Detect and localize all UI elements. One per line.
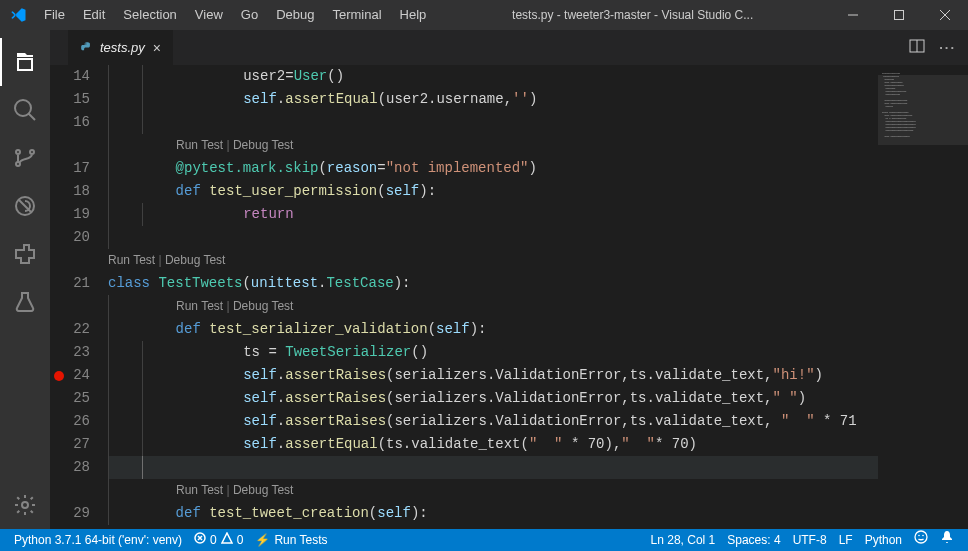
split-editor-icon[interactable]: [909, 38, 925, 57]
lightning-icon: ⚡: [255, 529, 270, 551]
svg-point-5: [915, 531, 927, 543]
svg-point-2: [22, 502, 28, 508]
codelens-debug-test[interactable]: Debug Test: [233, 299, 294, 313]
status-bar: Python 3.7.1 64-bit ('env': venv) 0 0 ⚡ …: [0, 529, 968, 551]
code-area[interactable]: user2=User() self.assertEqual(user2.user…: [108, 65, 878, 529]
activity-search[interactable]: [0, 86, 50, 134]
status-eol[interactable]: LF: [833, 529, 859, 551]
svg-rect-0: [895, 11, 904, 20]
bell-icon: [940, 529, 954, 551]
codelens-debug-test[interactable]: Debug Test: [165, 253, 226, 267]
breakpoint-line-24[interactable]: [50, 364, 68, 387]
codelens-debug-test[interactable]: Debug Test: [233, 138, 294, 152]
line-numbers: 14 15 16 17 18 19 20 21 22 23 24 25 26 2…: [68, 65, 108, 529]
status-encoding[interactable]: UTF-8: [787, 529, 833, 551]
menu-debug[interactable]: Debug: [267, 0, 323, 30]
status-language[interactable]: Python: [859, 529, 908, 551]
menu-terminal[interactable]: Terminal: [323, 0, 390, 30]
main-area: tests.py × ···: [0, 30, 968, 529]
error-icon: [194, 529, 206, 551]
menu-bar: File Edit Selection View Go Debug Termin…: [35, 0, 435, 30]
tab-close-button[interactable]: ×: [151, 39, 163, 57]
breakpoint-dot-icon: [54, 371, 64, 381]
status-problems[interactable]: 0 0: [188, 529, 249, 551]
codelens-run-test[interactable]: Run Test: [176, 299, 223, 313]
minimap-slider[interactable]: [878, 75, 968, 145]
warning-icon: [221, 529, 233, 551]
editor-tabs: tests.py × ···: [50, 30, 968, 65]
window-controls: [830, 0, 968, 30]
close-button[interactable]: [922, 0, 968, 30]
svg-point-6: [918, 535, 920, 537]
activity-test[interactable]: [0, 278, 50, 326]
status-feedback[interactable]: [908, 529, 934, 551]
codelens-debug-test[interactable]: Debug Test: [233, 483, 294, 497]
current-line: [108, 456, 878, 479]
status-run-tests[interactable]: ⚡ Run Tests: [249, 529, 333, 551]
menu-view[interactable]: View: [186, 0, 232, 30]
menu-go[interactable]: Go: [232, 0, 267, 30]
tab-label: tests.py: [100, 40, 145, 55]
codelens-run-test[interactable]: Run Test: [176, 138, 223, 152]
titlebar: File Edit Selection View Go Debug Termin…: [0, 0, 968, 30]
activity-bar: [0, 30, 50, 529]
status-indent[interactable]: Spaces: 4: [721, 529, 786, 551]
status-python-interpreter[interactable]: Python 3.7.1 64-bit ('env': venv): [8, 529, 188, 551]
menu-edit[interactable]: Edit: [74, 0, 114, 30]
window-title: tests.py - tweeter3-master - Visual Stud…: [435, 8, 830, 22]
activity-debug[interactable]: [0, 182, 50, 230]
editor-column: tests.py × ···: [50, 30, 968, 529]
menu-selection[interactable]: Selection: [114, 0, 185, 30]
codelens-run-test[interactable]: Run Test: [108, 253, 155, 267]
activity-explorer[interactable]: [0, 38, 50, 86]
menu-help[interactable]: Help: [391, 0, 436, 30]
breakpoint-gutter[interactable]: [50, 65, 68, 529]
python-file-icon: [80, 41, 94, 55]
minimize-button[interactable]: [830, 0, 876, 30]
smiley-icon: [914, 529, 928, 551]
more-actions-icon[interactable]: ···: [939, 40, 956, 55]
vscode-logo-icon: [0, 6, 35, 24]
maximize-button[interactable]: [876, 0, 922, 30]
tab-tests-py[interactable]: tests.py ×: [68, 30, 174, 65]
activity-extensions[interactable]: [0, 230, 50, 278]
menu-file[interactable]: File: [35, 0, 74, 30]
status-line-col[interactable]: Ln 28, Col 1: [645, 529, 722, 551]
editor-actions: ···: [909, 38, 968, 57]
codelens-run-test[interactable]: Run Test: [176, 483, 223, 497]
editor-body[interactable]: 14 15 16 17 18 19 20 21 22 23 24 25 26 2…: [50, 65, 968, 529]
svg-point-7: [922, 535, 924, 537]
activity-source-control[interactable]: [0, 134, 50, 182]
minimap[interactable]: ▬▬▬▬▬▬▬▬▬▬▬▬▬▬▬ ▬▬▬▬▬▬▬▬▬▬▬▬▬ ▬▬▬▬▬▬▬▬ ▬…: [878, 65, 968, 529]
status-notifications[interactable]: [934, 529, 960, 551]
activity-settings[interactable]: [0, 481, 50, 529]
